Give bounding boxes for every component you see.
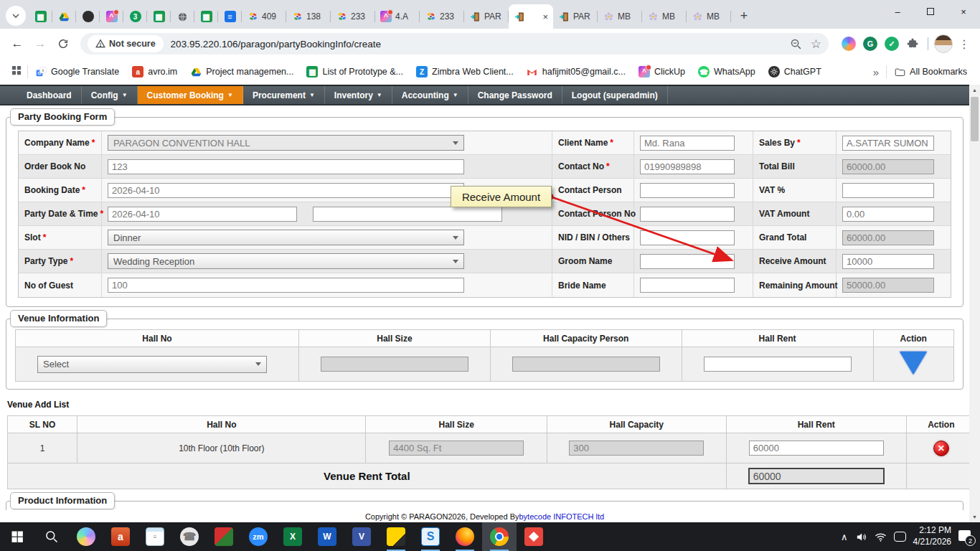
tab-paragon-2[interactable]: PAR bbox=[553, 4, 598, 29]
bookmark-gmail[interactable]: hafijmit05@gmail.c... bbox=[521, 63, 631, 80]
tab-clickup[interactable]: ^4.A bbox=[375, 4, 420, 29]
nav-procurement[interactable]: Procurement▼ bbox=[243, 86, 325, 104]
contact-person-no-input[interactable] bbox=[640, 207, 735, 222]
taskbar-zoom[interactable]: zm bbox=[241, 522, 275, 551]
bookmarks-overflow-icon[interactable]: » bbox=[867, 66, 885, 78]
bookmark-zimbra[interactable]: ZZimbra Web Client... bbox=[410, 63, 519, 80]
taskbar-search-button[interactable] bbox=[34, 522, 69, 551]
pinned-tab-drive[interactable] bbox=[52, 4, 76, 29]
pinned-tab-sheets-2[interactable]: ▦ bbox=[147, 4, 171, 29]
company-name-select[interactable]: PARAGON CONVENTION HALL bbox=[108, 135, 464, 151]
bookmark-google-translate[interactable]: GtGoogle Translate bbox=[29, 63, 125, 80]
taskbar-media-app[interactable] bbox=[207, 522, 241, 551]
bookmark-clickup[interactable]: ^ClickUp bbox=[633, 63, 691, 80]
tab-paragon-1[interactable]: PAR bbox=[464, 4, 509, 29]
taskbar-clock[interactable]: 2:12 PM 4/21/2026 bbox=[913, 525, 951, 547]
hidden-icons-chevron[interactable]: ∧ bbox=[841, 532, 848, 542]
taskbar-red-app[interactable] bbox=[517, 522, 551, 551]
scrollbar-thumb[interactable] bbox=[971, 97, 979, 141]
reload-button[interactable] bbox=[53, 34, 73, 54]
contact-no-input[interactable] bbox=[640, 159, 735, 174]
row-hall-rent-input[interactable] bbox=[749, 441, 884, 456]
order-book-no-input[interactable] bbox=[108, 159, 464, 174]
receive-amount-input[interactable] bbox=[842, 254, 934, 269]
bride-name-input[interactable] bbox=[640, 278, 735, 293]
browser-menu-icon[interactable]: ⋮ bbox=[956, 37, 973, 51]
party-date-input[interactable] bbox=[108, 207, 297, 222]
bookmark-star-icon[interactable]: ☆ bbox=[811, 37, 821, 52]
tab-sheet-409[interactable]: 409 bbox=[242, 4, 286, 29]
zoom-out-icon[interactable] bbox=[790, 38, 802, 50]
url-text[interactable]: 203.95.220.106/paragon/partyBookingInfo/… bbox=[171, 39, 784, 50]
all-bookmarks-button[interactable]: All Bookmarks bbox=[888, 63, 973, 80]
tab-mb-2[interactable]: MB bbox=[642, 4, 687, 29]
sales-by-input[interactable] bbox=[842, 136, 934, 151]
tab-mb-3[interactable]: MB bbox=[687, 4, 731, 29]
profile-avatar[interactable] bbox=[934, 34, 953, 53]
taskbar-visio[interactable]: V bbox=[344, 522, 379, 551]
taskbar-copilot[interactable] bbox=[69, 522, 103, 551]
nav-change-password[interactable]: Change Password bbox=[468, 86, 562, 104]
tab-sheet-138[interactable]: 138 bbox=[286, 4, 331, 29]
volume-icon[interactable] bbox=[855, 531, 867, 543]
client-name-input[interactable] bbox=[640, 136, 735, 151]
no-of-guest-input[interactable] bbox=[108, 278, 464, 293]
extension-grammarly-icon[interactable]: G bbox=[863, 37, 877, 51]
nav-customer-booking[interactable]: Customer Booking▼ bbox=[138, 86, 243, 104]
extension-green-icon[interactable]: ✓ bbox=[885, 37, 899, 51]
taskbar-sublime[interactable]: S bbox=[413, 522, 448, 551]
wifi-icon[interactable] bbox=[875, 531, 887, 543]
scroll-up-icon[interactable]: ▲ bbox=[969, 85, 980, 95]
security-chip[interactable]: Not secure bbox=[88, 35, 164, 52]
meet-now-icon[interactable] bbox=[894, 532, 906, 542]
scroll-down-icon[interactable]: ▼ bbox=[969, 512, 980, 522]
forward-button[interactable]: → bbox=[30, 34, 50, 54]
taskbar-whatsapp[interactable]: ☎ bbox=[172, 522, 207, 551]
taskbar-excel[interactable]: X bbox=[275, 522, 310, 551]
apps-grid-icon[interactable] bbox=[7, 65, 26, 78]
pinned-tab-sheets-3[interactable]: ▦ bbox=[194, 4, 218, 29]
vat-amount-input[interactable] bbox=[842, 207, 934, 222]
extensions-puzzle-icon[interactable] bbox=[906, 37, 919, 50]
page-scrollbar[interactable]: ▲ ▼ bbox=[969, 85, 980, 522]
add-venue-action-icon[interactable] bbox=[900, 352, 927, 375]
taskbar-avro[interactable]: a bbox=[103, 522, 138, 551]
hall-no-select[interactable]: Select bbox=[37, 356, 267, 373]
tab-mb-1[interactable]: MB bbox=[598, 4, 642, 29]
extension-clickup-icon[interactable] bbox=[842, 37, 856, 51]
taskbar-notes-app[interactable] bbox=[379, 522, 413, 551]
pinned-tab-sheets-1[interactable]: ▦ bbox=[29, 4, 52, 29]
window-close-button[interactable]: × bbox=[947, 0, 980, 23]
new-tab-button[interactable]: + bbox=[734, 6, 754, 26]
pinned-tab-globe[interactable] bbox=[171, 4, 194, 29]
bookmark-avro[interactable]: aavro.im bbox=[126, 63, 183, 80]
tab-sheet-233b[interactable]: 233 bbox=[420, 4, 464, 29]
tab-paragon-active[interactable]: × bbox=[509, 4, 553, 29]
bookmark-prototype-list[interactable]: ▦List of Prototype &... bbox=[301, 63, 409, 80]
window-minimize-button[interactable]: – bbox=[881, 0, 914, 23]
pinned-tab-green3[interactable]: 3 bbox=[123, 4, 147, 29]
contact-person-input[interactable] bbox=[640, 183, 735, 198]
nav-dashboard[interactable]: Dashboard bbox=[17, 86, 82, 104]
taskbar-chrome[interactable] bbox=[482, 522, 517, 551]
pinned-tab-docs[interactable]: ≡ bbox=[218, 4, 242, 29]
nav-accounting[interactable]: Accounting▼ bbox=[392, 86, 468, 104]
pinned-tab-clickup[interactable]: ^ bbox=[100, 4, 123, 29]
hall-rent-input[interactable] bbox=[704, 357, 852, 372]
notification-center-icon[interactable]: 2 bbox=[958, 530, 973, 543]
nav-logout[interactable]: Logout (superadmin) bbox=[562, 86, 668, 104]
bookmark-project-management[interactable]: Project managemen... bbox=[184, 63, 299, 80]
groom-name-input[interactable] bbox=[640, 254, 735, 269]
slot-select[interactable]: Dinner bbox=[108, 230, 464, 245]
party-type-select[interactable]: Wedding Reception bbox=[108, 253, 464, 269]
party-time-input[interactable] bbox=[313, 207, 502, 222]
close-tab-icon[interactable]: × bbox=[542, 12, 548, 22]
nid-bin-others-input[interactable] bbox=[640, 230, 735, 245]
nav-config[interactable]: Config▼ bbox=[82, 86, 138, 104]
window-restore-button[interactable] bbox=[914, 0, 947, 23]
taskbar-word[interactable]: W bbox=[310, 522, 344, 551]
nav-inventory[interactable]: Inventory▼ bbox=[325, 86, 392, 104]
delete-row-icon[interactable]: ✕ bbox=[933, 441, 949, 456]
bookmark-chatgpt[interactable]: ChatGPT bbox=[763, 63, 827, 80]
taskbar-notepad[interactable]: ≡ bbox=[138, 522, 172, 551]
